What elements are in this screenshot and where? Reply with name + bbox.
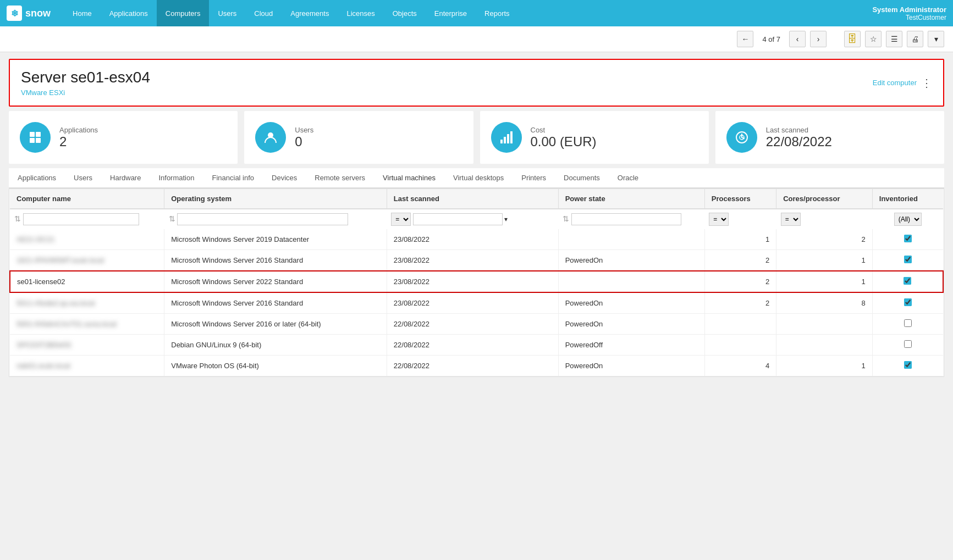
inventoried-checkbox[interactable] [904, 277, 911, 285]
more-options-btn[interactable]: ▾ [928, 31, 944, 47]
computer-name-text: 5011-rNode2.qu.ea.local [16, 299, 95, 307]
table-row[interactable]: nde01.eusk.localVMware Photon OS (64-bit… [10, 356, 943, 376]
nav-applications[interactable]: Applications [101, 0, 157, 26]
col-computer-name[interactable]: Computer name [10, 189, 164, 209]
edit-computer-link[interactable]: Edit computer ⋮ [873, 76, 932, 90]
filter-os[interactable] [177, 213, 348, 225]
cell-inventoried[interactable] [872, 335, 943, 356]
tab-information[interactable]: Information [150, 168, 203, 188]
users-icon [255, 122, 286, 153]
table-row[interactable]: 5001-fANdmCAvT01.suna.localMicrosoft Win… [10, 314, 943, 335]
col-cores[interactable]: Cores/processor [776, 189, 873, 209]
tab-documents[interactable]: Documents [555, 168, 609, 188]
cell-processors [704, 335, 776, 356]
tab-remote-servers[interactable]: Remote servers [306, 168, 374, 188]
table-row[interactable]: 5011-rNode2.qu.ea.localMicrosoft Windows… [10, 292, 943, 314]
database-icon-btn[interactable]: 🗄 [844, 31, 861, 47]
col-os[interactable]: Operating system [164, 189, 387, 209]
cell-computer-name[interactable]: SPCD3T2BDe5S [10, 335, 164, 356]
tab-printers[interactable]: Printers [513, 168, 555, 188]
nav-home[interactable]: Home [64, 0, 101, 26]
cell-os: Microsoft Windows Server 2019 Datacenter [164, 229, 387, 250]
cell-cores: 1 [776, 356, 873, 376]
cell-computer-name[interactable]: 1621-IPAVMSMT.eusk.local [10, 250, 164, 271]
nav-objects[interactable]: Objects [384, 0, 426, 26]
inventoried-checkbox[interactable] [904, 319, 912, 327]
cell-computer-name[interactable]: AE21-DC21 [10, 229, 164, 250]
cell-processors [704, 314, 776, 335]
cell-inventoried[interactable] [872, 314, 943, 335]
tab-oracle[interactable]: Oracle [609, 168, 647, 188]
cell-computer-name[interactable]: 5001-fANdmCAvT01.suna.local [10, 314, 164, 335]
print-icon-btn[interactable]: 🖨 [907, 31, 923, 47]
tab-applications[interactable]: Applications [9, 168, 65, 188]
filter-computer-name[interactable] [23, 213, 140, 225]
col-power-state[interactable]: Power state [558, 189, 704, 209]
nav-agreements[interactable]: Agreements [282, 0, 338, 26]
computer-name-text: SPCD3T2BDe5S [16, 341, 71, 349]
inventoried-checkbox[interactable] [904, 340, 912, 348]
filter-cores[interactable]: = [781, 213, 801, 226]
cell-inventoried[interactable] [872, 271, 943, 292]
toolbar: ← 4 of 7 ‹ › 🗄 ☆ ☰ 🖨 ▾ [0, 26, 953, 52]
inventoried-checkbox[interactable] [904, 235, 912, 242]
stat-card-applications: Applications 2 [9, 111, 238, 164]
back-button[interactable]: ← [737, 31, 753, 47]
server-subtitle: VMware ESXi [21, 88, 150, 97]
tab-devices[interactable]: Devices [263, 168, 306, 188]
cell-computer-name[interactable]: nde01.eusk.local [10, 356, 164, 376]
nav-users[interactable]: Users [209, 0, 245, 26]
inventoried-checkbox[interactable] [904, 361, 912, 369]
table-row[interactable]: AE21-DC21Microsoft Windows Server 2019 D… [10, 229, 943, 250]
table-row[interactable]: se01-license02Microsoft Windows Server 2… [10, 271, 943, 292]
cell-os: Microsoft Windows Server 2016 or later (… [164, 314, 387, 335]
nav-cloud[interactable]: Cloud [245, 0, 282, 26]
cell-inventoried[interactable] [872, 250, 943, 271]
computer-name-text: AE21-DC21 [16, 235, 54, 243]
inventoried-checkbox[interactable] [904, 298, 912, 306]
cell-inventoried[interactable] [872, 292, 943, 314]
nav-licenses[interactable]: Licenses [338, 0, 383, 26]
filter-last-scanned-value[interactable] [413, 213, 503, 225]
next-button[interactable]: › [810, 31, 827, 47]
inventoried-checkbox[interactable] [904, 256, 912, 263]
table-row[interactable]: 1621-IPAVMSMT.eusk.localMicrosoft Window… [10, 250, 943, 271]
star-icon-btn[interactable]: ☆ [865, 31, 882, 47]
tab-users[interactable]: Users [65, 168, 101, 188]
col-last-scanned[interactable]: Last scanned [387, 189, 558, 209]
svg-rect-1 [36, 132, 41, 137]
three-dots-menu[interactable]: ⋮ [921, 76, 932, 90]
cell-power-state: PoweredOn [558, 314, 704, 335]
cell-inventoried[interactable] [872, 356, 943, 376]
filter-power-state[interactable] [571, 213, 681, 225]
cell-inventoried[interactable] [872, 229, 943, 250]
filter-inventoried[interactable]: (All) Yes No [894, 213, 922, 226]
cell-os: Microsoft Windows Server 2016 Standard [164, 250, 387, 271]
cell-computer-name[interactable]: se01-license02 [10, 271, 164, 292]
nav-reports[interactable]: Reports [476, 0, 519, 26]
filter-last-scanned[interactable]: = [391, 213, 411, 226]
table-row[interactable]: SPCD3T2BDe5SDebian GNU/Linux 9 (64-bit)2… [10, 335, 943, 356]
last-scanned-dropdown-icon[interactable]: ▾ [504, 215, 508, 223]
col-inventoried[interactable]: Inventoried [872, 189, 943, 209]
tab-hardware[interactable]: Hardware [101, 168, 150, 188]
tab-financial-info[interactable]: Financial info [203, 168, 263, 188]
applications-icon [20, 122, 51, 153]
filter-processors[interactable]: = [709, 213, 729, 226]
filter-icon-computer-name: ⇅ [14, 214, 21, 223]
cell-os: Debian GNU/Linux 9 (64-bit) [164, 335, 387, 356]
list-icon-btn[interactable]: ☰ [886, 31, 902, 47]
cell-computer-name[interactable]: 5011-rNode2.qu.ea.local [10, 292, 164, 314]
nav-computers[interactable]: Computers [157, 0, 210, 26]
col-processors[interactable]: Processors [704, 189, 776, 209]
cell-processors: 2 [704, 250, 776, 271]
app-logo[interactable]: ❄ snow [7, 5, 51, 21]
tab-virtual-desktops[interactable]: Virtual desktops [444, 168, 513, 188]
computer-name-text: nde01.eusk.local [16, 362, 70, 370]
prev-button[interactable]: ‹ [789, 31, 806, 47]
tabs-row: Applications Users Hardware Information … [9, 168, 944, 188]
nav-enterprise[interactable]: Enterprise [426, 0, 476, 26]
tab-virtual-machines[interactable]: Virtual machines [374, 168, 444, 188]
svg-rect-3 [36, 138, 41, 143]
cell-os: Microsoft Windows Server 2016 Standard [164, 292, 387, 314]
